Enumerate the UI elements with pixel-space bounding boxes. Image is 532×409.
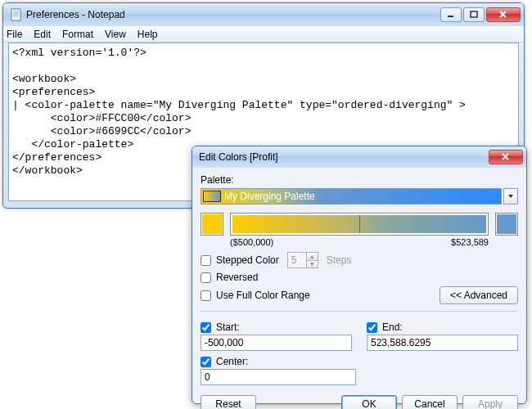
gradient-bar[interactable] [230,213,489,236]
palette-dropdown[interactable]: My Diverging Palette [201,188,502,204]
start-input[interactable] [201,335,352,351]
start-label: Start: [216,321,240,333]
full-range-label: Use Full Color Range [216,290,310,301]
dialog-window-buttons [489,150,523,164]
stepped-color-checkbox[interactable] [201,255,211,266]
menu-file[interactable]: File [7,29,22,40]
end-input[interactable] [367,335,518,351]
center-label: Center: [216,356,248,367]
steps-spinner: 5 ▲▼ [287,252,318,268]
palette-label: Palette: [201,174,518,186]
stepped-color-label: Stepped Color [216,254,279,266]
range-min-label: ($500,000) [230,237,451,247]
start-color-swatch[interactable] [201,213,223,236]
reversed-checkbox[interactable] [201,272,211,283]
svg-rect-6 [471,11,477,17]
spin-down-icon[interactable]: ▼ [306,261,318,268]
edit-colors-dialog: Edit Colors [Profit] Palette: My Divergi… [192,146,527,404]
svg-marker-11 [508,195,513,198]
steps-value: 5 [291,254,297,266]
notepad-titlebar: Preferences - Notepad [3,3,524,26]
center-checkbox[interactable] [201,357,211,367]
notepad-title: Preferences - Notepad [26,9,440,20]
menu-help[interactable]: Help [138,29,158,40]
cancel-button[interactable]: Cancel [402,395,458,409]
center-input[interactable] [201,369,356,385]
menu-edit[interactable]: Edit [34,29,51,40]
full-range-checkbox[interactable] [201,290,211,301]
dropdown-arrow-icon[interactable] [503,188,518,204]
end-checkbox[interactable] [367,322,377,333]
range-max-label: $523,589 [451,237,489,247]
dialog-close-button[interactable] [489,150,523,164]
dialog-title: Edit Colors [Profit] [196,151,489,163]
window-buttons [440,7,521,22]
steps-label: Steps [327,254,352,266]
dialog-titlebar: Edit Colors [Profit] [192,146,526,168]
spin-up-icon[interactable]: ▲ [306,253,318,261]
ok-button[interactable]: OK [341,395,397,409]
advanced-button[interactable]: << Advanced [440,286,518,304]
gradient-center-tick [359,215,360,233]
end-label: End: [382,321,403,333]
apply-button[interactable]: Apply [462,395,518,409]
start-checkbox[interactable] [201,322,211,333]
reversed-label: Reversed [216,272,258,283]
dialog-body: Palette: My Diverging Palette ($500,000)… [192,168,526,409]
end-color-swatch[interactable] [495,213,518,236]
menu-format[interactable]: Format [62,29,93,40]
close-button[interactable] [486,7,521,22]
palette-swatch-icon [203,191,221,202]
menu-view[interactable]: View [105,29,126,40]
reset-button[interactable]: Reset [201,395,256,409]
minimize-button[interactable] [440,7,462,22]
notepad-app-icon [10,8,23,21]
maximize-button[interactable] [463,7,485,22]
notepad-menubar: File Edit Format View Help [3,26,524,43]
palette-name: My Diverging Palette [224,191,315,202]
